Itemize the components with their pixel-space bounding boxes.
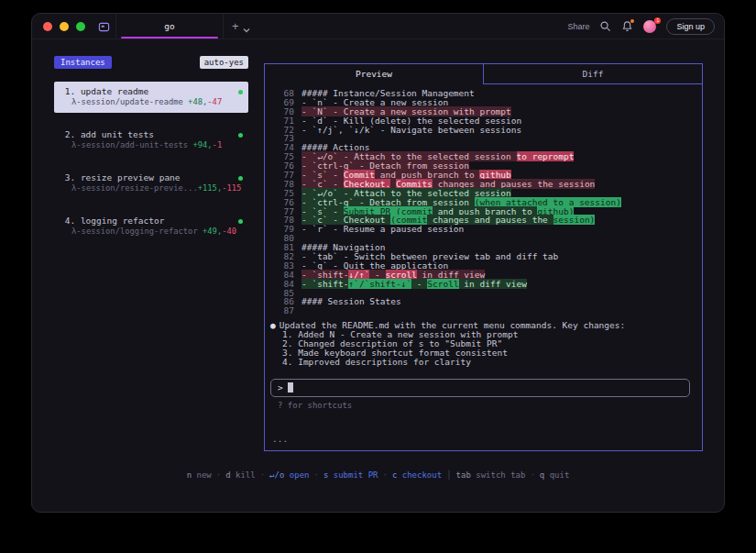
instances-sidebar: Instances auto-yes 1. update readmeλ-ses… [54, 56, 248, 254]
close-button[interactable] [43, 22, 52, 31]
diff-content: 68##### Instance/Session Management69- `… [270, 89, 696, 315]
status-dot [238, 219, 243, 224]
auto-yes-badge: auto-yes [200, 56, 248, 69]
prompt-symbol: > [278, 382, 283, 393]
avatar[interactable]: 1 [643, 20, 656, 33]
terminal-window: go + Share 1 [31, 13, 725, 513]
menu-item-kill[interactable]: d kill [225, 470, 256, 480]
menu-separator: · [378, 470, 392, 480]
terminal-tab[interactable]: go [115, 14, 224, 39]
menu-item-quit[interactable]: q quit [540, 470, 570, 480]
shortcut-menubar: n new·d kill·↵/o open·s submit PR·c chec… [32, 470, 724, 480]
assistant-summary: ●Updated the README.md with the current … [270, 321, 696, 367]
diff-line: 72- `↑/j`, `↓/k` - Navigate between sess… [270, 126, 696, 135]
tab-diff[interactable]: Diff [484, 64, 702, 84]
prompt-input[interactable]: > [270, 379, 690, 397]
avatar-badge: 1 [654, 17, 661, 24]
titlebar-right-cluster: Share 1 Sign up [567, 18, 724, 35]
diff-line: 84- `shift-↑`/`shift-↓` - Scroll in diff… [270, 280, 696, 289]
titlebar: go + Share 1 [32, 14, 724, 39]
text-cursor [288, 382, 293, 393]
status-dot [238, 133, 243, 138]
diff-line: 79- `r` - Resume a paused session [270, 225, 696, 234]
menu-separator: │ [442, 470, 455, 480]
menu-separator: · [256, 470, 269, 480]
summary-points: 1. Added N - Create a new session with p… [270, 330, 696, 367]
tab-preview[interactable]: Preview [265, 64, 484, 84]
instance-item[interactable]: 2. add unit testsλ-session/add-unit-test… [54, 125, 248, 156]
menu-item-new[interactable]: n new [187, 470, 212, 480]
notifications-bell-icon[interactable] [621, 20, 633, 32]
menu-item-submit-PR[interactable]: s submit PR [323, 470, 378, 480]
tui-body: Instances auto-yes 1. update readmeλ-ses… [32, 39, 724, 513]
menu-item-checkout[interactable]: c checkout [392, 470, 442, 480]
shortcuts-hint: ? for shortcuts [278, 401, 696, 410]
sign-up-button[interactable]: Sign up [666, 18, 715, 35]
share-button[interactable]: Share [567, 22, 589, 31]
status-dot [238, 176, 243, 181]
tab-title: go [164, 21, 174, 31]
active-tab-underline [121, 37, 218, 39]
menu-separator: · [212, 470, 225, 480]
instance-item[interactable]: 1. update readmeλ-session/update-readme … [54, 82, 248, 113]
instances-title: Instances [54, 56, 112, 69]
pane-content: 68##### Instance/Session Management69- `… [265, 84, 702, 444]
zoom-button[interactable] [76, 22, 85, 31]
diff-line: 87 [270, 306, 696, 315]
notification-dot [630, 19, 634, 23]
menu-separator: · [525, 470, 539, 480]
chevron-down-icon[interactable] [242, 22, 251, 31]
workspace-icon[interactable] [98, 20, 110, 32]
traffic-lights [32, 22, 85, 31]
instance-list: 1. update readmeλ-session/update-readme … [54, 82, 248, 242]
diff-line: 86#### Session States [270, 297, 696, 306]
summary-point: 4. Improved descriptions for clarity [270, 358, 696, 367]
bullet-icon: ● [270, 320, 276, 330]
sidebar-header: Instances auto-yes [54, 56, 248, 69]
status-dot [238, 90, 243, 94]
overflow-indicator: ... [272, 434, 696, 444]
search-icon[interactable] [599, 20, 611, 32]
desktop: go + Share 1 [0, 0, 756, 553]
instance-item[interactable]: 4. logging refactorλ-session/logging-ref… [54, 211, 248, 242]
minimize-button[interactable] [60, 22, 69, 31]
menu-item-switch-tab[interactable]: tab switch tab [456, 470, 526, 480]
instance-item[interactable]: 3. resize preview paneλ-session/resize-p… [54, 168, 248, 199]
new-tab-button[interactable]: + [232, 20, 239, 32]
menu-item-open[interactable]: ↵/o open [269, 470, 309, 480]
pane-tabs: Preview Diff [265, 64, 702, 84]
menu-separator: · [309, 470, 323, 480]
preview-pane: Preview Diff 68##### Instance/Session Ma… [264, 63, 703, 451]
